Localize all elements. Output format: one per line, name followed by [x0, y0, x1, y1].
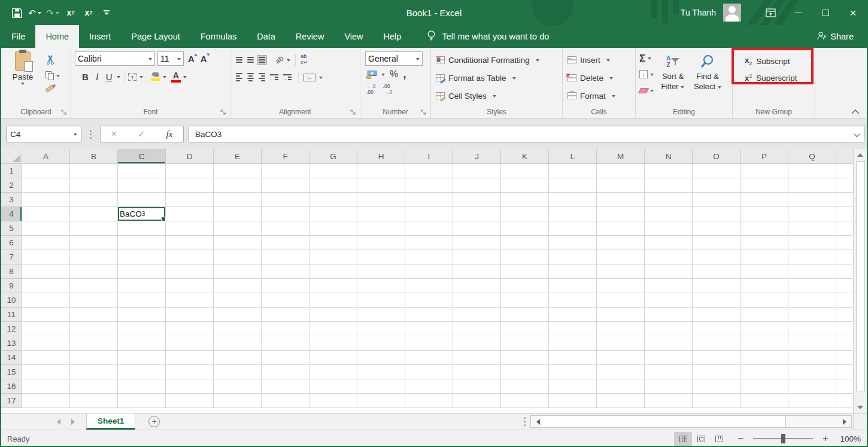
page-break-view-button[interactable] [710, 432, 728, 446]
select-all-corner[interactable] [1, 149, 22, 164]
grid-cell-h4[interactable] [357, 207, 405, 221]
grid-cell-q5[interactable] [788, 221, 836, 236]
format-cells-button[interactable]: Format [567, 88, 615, 104]
grid-cell-i11[interactable] [405, 308, 453, 322]
grid-cell-q8[interactable] [788, 264, 836, 279]
grid-cell-o2[interactable] [693, 178, 740, 193]
grid-cell-l3[interactable] [549, 193, 597, 207]
grid-cell-c11[interactable] [118, 308, 166, 322]
grid-cell-q16[interactable] [788, 379, 836, 394]
fill-button[interactable]: ↓ [639, 68, 654, 81]
row-header-11[interactable]: 11 [1, 308, 22, 322]
top-align-button[interactable] [234, 55, 244, 65]
grid-cell-i13[interactable] [405, 336, 453, 351]
grid-cell-n2[interactable] [645, 178, 693, 193]
grid-cell-f2[interactable] [262, 178, 309, 193]
grid-cell-g4[interactable] [309, 207, 357, 221]
grid-cell-j2[interactable] [453, 178, 501, 193]
grid-cell-d14[interactable] [166, 351, 214, 365]
grid-cell-c1[interactable] [118, 164, 166, 178]
grid-cell-k15[interactable] [501, 365, 549, 379]
grid-cell-d16[interactable] [166, 379, 214, 394]
grid-cell-k13[interactable] [501, 336, 549, 351]
superscript-button[interactable]: x2 Superscript [734, 69, 814, 86]
save-icon[interactable] [10, 5, 24, 20]
grid-cell-b10[interactable] [70, 293, 118, 308]
grid-cell-d5[interactable] [166, 221, 214, 236]
grid-cell-l14[interactable] [549, 351, 597, 365]
decrease-decimal-icon[interactable]: .00→.0 [383, 84, 393, 96]
grid-cell-a10[interactable] [22, 293, 70, 308]
clear-button[interactable] [639, 84, 654, 97]
grid-cell-n1[interactable] [645, 164, 693, 178]
grid-cell-c2[interactable] [118, 178, 166, 193]
grid-cell-k10[interactable] [501, 293, 549, 308]
grid-cell-h7[interactable] [357, 250, 405, 264]
grid-cell-n3[interactable] [645, 193, 693, 207]
insert-function-icon[interactable]: fx [166, 129, 173, 139]
grid-cell-a17[interactable] [22, 394, 70, 408]
grid-cell-e4[interactable] [214, 207, 262, 221]
grid-cell-j7[interactable] [453, 250, 501, 264]
grid-cell-partial[interactable] [836, 221, 854, 236]
grid-cell-a8[interactable] [22, 264, 70, 279]
grid-cell-n17[interactable] [645, 394, 693, 408]
zoom-slider-thumb[interactable] [781, 434, 785, 443]
grid-cell-p7[interactable] [740, 250, 788, 264]
grid-cell-f17[interactable] [262, 394, 309, 408]
grid-cell-h8[interactable] [357, 264, 405, 279]
grid-cell-f6[interactable] [262, 236, 309, 250]
grid-cell-j8[interactable] [453, 264, 501, 279]
grid-cell-g5[interactable] [309, 221, 357, 236]
merge-center-dropdown[interactable] [319, 77, 323, 81]
grid-cell-o14[interactable] [693, 351, 740, 365]
bold-button[interactable]: B [78, 72, 92, 82]
subscript-button[interactable]: x2 Subscript [734, 53, 814, 69]
grid-cell-j1[interactable] [453, 164, 501, 178]
paste-button[interactable]: Paste [7, 50, 38, 106]
grid-cell-d17[interactable] [166, 394, 214, 408]
column-header-i[interactable]: I [405, 149, 453, 164]
grid-cell-n5[interactable] [645, 221, 693, 236]
grid-cell-j13[interactable] [453, 336, 501, 351]
grid-cell-o8[interactable] [693, 264, 740, 279]
column-header-c[interactable]: C [118, 149, 166, 164]
grid-cell-m13[interactable] [597, 336, 645, 351]
grid-cell-h1[interactable] [357, 164, 405, 178]
grid-cell-i3[interactable] [405, 193, 453, 207]
row-header-13[interactable]: 13 [1, 336, 22, 351]
grid-cell-c13[interactable] [118, 336, 166, 351]
grid-cell-g17[interactable] [309, 394, 357, 408]
font-dialog-launcher[interactable] [220, 110, 226, 115]
format-as-table-button[interactable]: Format as Table [436, 70, 539, 86]
grid-cell-l5[interactable] [549, 221, 597, 236]
autosum-button[interactable]: Σ [639, 51, 654, 65]
grid-cell-c5[interactable] [118, 221, 166, 236]
maximize-button[interactable] [812, 0, 839, 25]
grid-cell-f14[interactable] [262, 351, 309, 365]
grid-cell-partial[interactable] [836, 293, 854, 308]
column-header-d[interactable]: D [166, 149, 214, 164]
column-header-q[interactable]: Q [788, 149, 836, 164]
grid-cell-f9[interactable] [262, 279, 309, 293]
grid-cell-e13[interactable] [214, 336, 262, 351]
row-header-9[interactable]: 9 [1, 279, 22, 293]
grid-cell-q15[interactable] [788, 365, 836, 379]
grid-cell-p15[interactable] [740, 365, 788, 379]
grid-cell-d4[interactable] [166, 207, 214, 221]
grid-cell-q9[interactable] [788, 279, 836, 293]
grid-cell-l6[interactable] [549, 236, 597, 250]
new-sheet-button[interactable]: + [148, 416, 160, 427]
grid-cell-l16[interactable] [549, 379, 597, 394]
grid-cell-n4[interactable] [645, 207, 693, 221]
cell-styles-button[interactable]: Cell Styles [436, 88, 539, 104]
grid-cell-h13[interactable] [357, 336, 405, 351]
grid-cell-f11[interactable] [262, 308, 309, 322]
zoom-in-button[interactable]: + [821, 433, 830, 444]
grid-cell-partial[interactable] [836, 250, 854, 264]
grid-cell-d15[interactable] [166, 365, 214, 379]
row-header-6[interactable]: 6 [1, 236, 22, 250]
grid-cell-q13[interactable] [788, 336, 836, 351]
expand-formula-bar-icon[interactable] [854, 132, 859, 136]
grid-cell-p14[interactable] [740, 351, 788, 365]
